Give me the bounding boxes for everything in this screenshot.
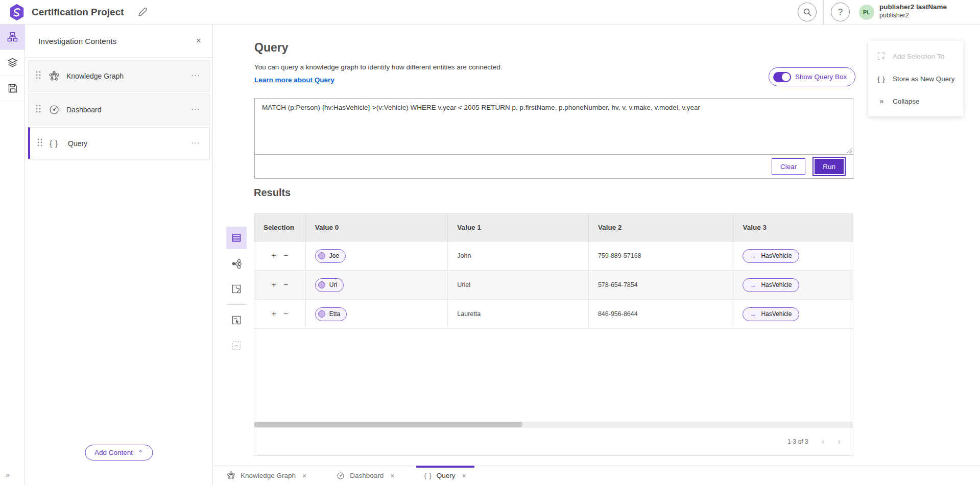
query-box: MATCH (p:Person)-[hv:HasVehicle]->(v:Veh… bbox=[254, 98, 853, 179]
menu-item-store-as-new-query[interactable]: { } Store as New Query bbox=[868, 67, 963, 90]
next-page-icon[interactable]: › bbox=[838, 436, 841, 447]
value3-cell: → HasVehicle bbox=[733, 241, 853, 270]
column-header[interactable]: Value 1 bbox=[448, 214, 589, 241]
remove-selection-icon[interactable]: − bbox=[283, 252, 288, 260]
value0-cell: Etta bbox=[306, 300, 448, 328]
help-button[interactable]: ? bbox=[831, 3, 850, 21]
dashboard-icon bbox=[336, 471, 345, 480]
tab-dashboard[interactable]: Dashboard × bbox=[328, 466, 402, 485]
pagination-info: 1-3 of 3 bbox=[787, 438, 808, 445]
top-bar: Certification Project ? PL publisher2 la… bbox=[0, 0, 980, 25]
add-selection-icon[interactable]: + bbox=[272, 281, 276, 289]
selection-cell: + − bbox=[254, 241, 306, 270]
drag-handle-icon[interactable] bbox=[36, 105, 43, 115]
add-selection-icon[interactable]: + bbox=[272, 310, 276, 318]
add-content-button[interactable]: Add Content ⌃ bbox=[85, 445, 153, 460]
edit-title-icon[interactable] bbox=[137, 7, 148, 18]
results-view-switcher bbox=[226, 227, 247, 360]
entity-pill[interactable]: Uri bbox=[315, 278, 344, 292]
column-header[interactable]: Value 0 bbox=[306, 214, 448, 241]
braces-icon: { } bbox=[876, 75, 887, 83]
close-tab-icon[interactable]: × bbox=[302, 472, 306, 480]
close-panel-icon[interactable]: × bbox=[196, 36, 201, 46]
app-window: Certification Project ? PL publisher2 la… bbox=[0, 0, 980, 485]
scrollbar-thumb[interactable] bbox=[254, 422, 522, 427]
sidebar-item-query[interactable]: { } Query ··· bbox=[28, 127, 210, 159]
map-select-icon bbox=[231, 315, 242, 325]
column-header[interactable]: Value 3 bbox=[733, 214, 853, 241]
add-selection-icon[interactable]: + bbox=[272, 252, 276, 260]
dashboard-icon bbox=[48, 104, 61, 116]
dashed-selection-icon bbox=[231, 341, 242, 351]
column-header[interactable]: Value 2 bbox=[589, 214, 734, 241]
remove-selection-icon[interactable]: − bbox=[283, 281, 288, 289]
sidebar-item-label: Knowledge Graph bbox=[66, 72, 124, 80]
show-query-box-toggle[interactable]: Show Query Box bbox=[769, 67, 855, 86]
entity-pill[interactable]: Joe bbox=[315, 249, 346, 263]
tab-query[interactable]: { } Query × bbox=[416, 466, 474, 485]
layers-icon bbox=[7, 57, 18, 68]
app-logo-icon[interactable] bbox=[8, 4, 26, 21]
selection-cell: + − bbox=[254, 271, 306, 299]
entity-node-icon bbox=[318, 281, 325, 288]
sidebar-item-knowledge-graph[interactable]: Knowledge Graph ··· bbox=[28, 60, 210, 92]
rail-save-button[interactable] bbox=[0, 76, 25, 101]
relationship-pill[interactable]: → HasVehicle bbox=[743, 307, 799, 321]
add-to-map-button[interactable] bbox=[226, 309, 247, 331]
sidebar-item-dashboard[interactable]: Dashboard ··· bbox=[28, 93, 210, 126]
close-tab-icon[interactable]: × bbox=[462, 472, 466, 480]
query-input[interactable]: MATCH (p:Person)-[hv:HasVehicle]->(v:Veh… bbox=[255, 99, 853, 155]
toggle-track[interactable] bbox=[773, 72, 791, 82]
prev-page-icon[interactable]: ‹ bbox=[822, 436, 825, 447]
value3-cell: → HasVehicle bbox=[733, 271, 853, 299]
learn-more-link[interactable]: Learn more about Query bbox=[254, 76, 334, 84]
close-tab-icon[interactable]: × bbox=[390, 472, 394, 480]
item-overflow-menu-icon[interactable]: ··· bbox=[191, 138, 200, 147]
query-heading: Query bbox=[254, 41, 288, 55]
network-view-button[interactable] bbox=[226, 252, 247, 275]
run-button[interactable]: Run bbox=[812, 157, 846, 176]
braces-icon: { } bbox=[424, 472, 432, 479]
query-description: You can query a knowledge graph to ident… bbox=[254, 63, 503, 71]
map-view-button[interactable] bbox=[226, 278, 247, 300]
tab-knowledge-graph[interactable]: Knowledge Graph × bbox=[218, 466, 315, 485]
horizontal-scrollbar[interactable] bbox=[254, 422, 853, 427]
page-title: Certification Project bbox=[32, 0, 124, 25]
avatar[interactable]: PL bbox=[859, 5, 874, 20]
menu-item-collapse[interactable]: » Collapse bbox=[868, 90, 963, 112]
search-button[interactable] bbox=[798, 3, 817, 21]
results-table: Selection Value 0 Value 1 Value 2 Value … bbox=[254, 213, 853, 456]
item-overflow-menu-icon[interactable]: ··· bbox=[191, 70, 200, 79]
rail-investigation-contents-button[interactable] bbox=[0, 25, 25, 50]
bottom-tab-bar: Knowledge Graph × Dashboard × { } Query … bbox=[213, 466, 980, 485]
content-list: Knowledge Graph ··· Dashboard bbox=[25, 58, 212, 159]
item-overflow-menu-icon[interactable]: ··· bbox=[191, 104, 200, 113]
table-view-button[interactable] bbox=[226, 227, 247, 249]
drag-handle-icon[interactable] bbox=[37, 138, 44, 149]
search-icon bbox=[803, 8, 812, 17]
value1-cell: John bbox=[448, 241, 589, 270]
value0-cell: Joe bbox=[306, 241, 448, 270]
drag-handle-icon[interactable] bbox=[36, 71, 43, 81]
network-icon bbox=[231, 258, 242, 269]
remove-selection-icon[interactable]: − bbox=[283, 310, 288, 318]
rail-layers-button[interactable] bbox=[0, 50, 25, 76]
table-row: + − Etta Lauretta 846-956-8644 → HasVehi… bbox=[254, 300, 853, 329]
value1-cell: Uriel bbox=[448, 271, 589, 299]
column-header[interactable]: Selection bbox=[254, 214, 306, 241]
selection-cell: + − bbox=[254, 300, 306, 328]
entity-pill[interactable]: Etta bbox=[315, 307, 347, 321]
table-icon bbox=[231, 233, 242, 243]
user-name: publisher2 lastName bbox=[879, 3, 947, 12]
resize-grip-icon[interactable] bbox=[846, 148, 852, 153]
relationship-pill[interactable]: → HasVehicle bbox=[743, 249, 799, 263]
expand-rail-icon[interactable]: » bbox=[6, 471, 9, 479]
user-menu[interactable]: publisher2 lastName publisher2 bbox=[879, 3, 947, 20]
relationship-pill[interactable]: → HasVehicle bbox=[743, 278, 799, 292]
main-area: Query You can query a knowledge graph to… bbox=[213, 25, 980, 485]
clear-button[interactable]: Clear bbox=[772, 158, 805, 175]
value0-cell: Uri bbox=[306, 271, 448, 299]
sidebar-item-label: Query bbox=[68, 139, 87, 148]
query-context-menu: Add Selection To { } Store as New Query … bbox=[868, 41, 963, 116]
arrow-right-icon: → bbox=[749, 252, 756, 260]
